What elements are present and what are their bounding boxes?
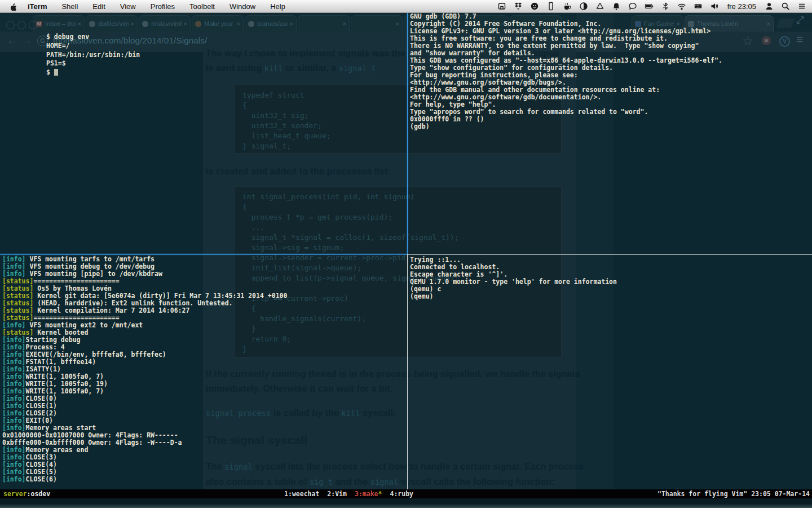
menulist-icon[interactable]	[797, 2, 806, 11]
wifi-icon[interactable]	[677, 2, 686, 11]
menu-iterm[interactable]: iTerm	[28, 2, 47, 11]
dock-edge	[0, 498, 812, 508]
menu-view[interactable]: View	[120, 2, 136, 11]
coffee-icon[interactable]	[563, 2, 572, 11]
bluetooth-icon[interactable]	[661, 2, 670, 11]
menu-help[interactable]: Help	[270, 2, 285, 11]
menu-toolbelt[interactable]: Toolbelt	[189, 2, 215, 11]
terminal-shell-pane[interactable]: $ debug env HOME=/ PATH=/bin:/usr/sbin:/…	[46, 33, 140, 77]
tmux-window-weechat[interactable]: 1:weechat	[284, 490, 319, 498]
tmux-window-vim[interactable]: 2:Vim	[327, 490, 347, 498]
terminal-gdb-pane[interactable]: GNU gdb (GDB) 7.7 Copyright (C) 2014 Fre…	[410, 13, 722, 130]
pane-divider-vertical-active[interactable]	[407, 12, 408, 254]
terminal-kernel-log-pane[interactable]: [info] VFS mounting tarfs to /mnt/tarfs …	[2, 256, 287, 483]
apple-menu-icon[interactable]	[9, 2, 17, 11]
menu-shell[interactable]: Shell	[61, 2, 78, 11]
drive-icon[interactable]	[595, 2, 604, 11]
tmux-status-bar: server:osdev 1:weechat2:Vim3:make*4:ruby…	[0, 489, 812, 498]
device-icon[interactable]	[546, 2, 555, 11]
menu-bar-clock[interactable]: fre 23:05	[727, 2, 756, 11]
pane-divider-vertical[interactable]	[407, 255, 408, 489]
pane-divider-horizontal[interactable]	[407, 254, 812, 255]
battery-icon[interactable]	[645, 2, 654, 11]
menu-window[interactable]: Window	[230, 2, 255, 11]
dropbox-icon[interactable]	[514, 2, 523, 11]
keyboard-icon[interactable]	[694, 2, 703, 11]
tmux-session-name[interactable]: server:osdev	[0, 489, 50, 498]
menu-items: iTerm	[28, 2, 47, 11]
tmux-window-ruby[interactable]: 4:ruby	[390, 490, 413, 498]
desktop: iTerm ShellEditViewProfilesToolbeltWindo…	[0, 0, 812, 508]
tmux-right-status: "Thanks for flying Vim" 23:05 07-Mar-14	[657, 489, 810, 498]
terminal-cursor	[54, 69, 58, 76]
bell-icon[interactable]	[612, 2, 621, 11]
chat-icon[interactable]	[628, 2, 637, 11]
menu-edit[interactable]: Edit	[92, 2, 105, 11]
tmux-window-make[interactable]: 3:make*	[355, 490, 382, 498]
terminal-qemu-pane[interactable]: Trying ::1... Connected to localhost. Es…	[410, 256, 617, 300]
face-icon[interactable]	[530, 2, 539, 11]
search-icon[interactable]	[781, 2, 790, 11]
user-icon[interactable]	[765, 2, 774, 11]
menu-profiles[interactable]: Profiles	[151, 2, 175, 11]
volume-icon[interactable]	[710, 2, 719, 11]
pie-icon[interactable]	[579, 2, 588, 11]
app-window-icon[interactable]	[497, 2, 506, 11]
pane-divider-horizontal-active[interactable]	[0, 254, 407, 255]
macos-menu-bar: iTerm ShellEditViewProfilesToolbeltWindo…	[0, 0, 812, 13]
